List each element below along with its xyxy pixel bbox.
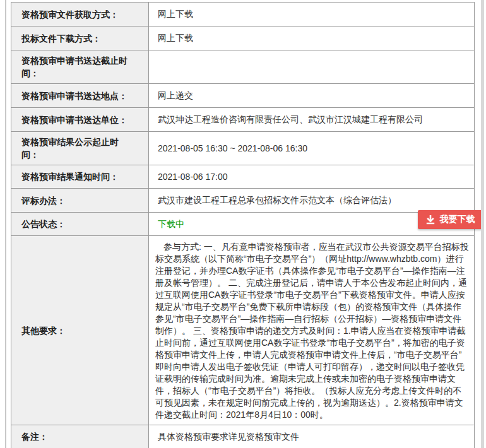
download-icon [425,215,436,225]
row-label: 资格预审申请书送达地点： [11,84,149,108]
row-label: 评标办法： [11,189,149,213]
row-value: 2021-08-05 16:30 ~ 2021-08-06 16:30 [149,132,475,165]
row-value: 网上递交 [149,84,475,108]
row-label: 其他要求： [11,236,149,425]
table-row: 评标办法： 武汉市建设工程工程总承包招标文件示范文本（综合评估法） [11,189,475,213]
row-label: 投标文件下载方式： [11,27,149,50]
row-label: 资格预审申请书送达截止时间： [11,50,149,84]
row-value [149,50,475,84]
table-row: 资格预审申请书送达单位： 武汉坤达工程造价咨询有限责任公司、武汉市江汉城建工程有… [11,108,475,132]
row-label: 备注： [11,425,149,448]
row-label: 资格预审文件获取方式： [11,3,149,27]
table-row: 资格预审申请书送达地点： 网上递交 [11,84,475,108]
row-value: 武汉坤达工程造价咨询有限责任公司、武汉市江汉城建工程有限公司 [149,108,475,132]
row-value: 网上下载 [149,3,475,27]
page-left-edge-line [5,0,6,448]
row-value: 2021-08-06 17:00 [149,165,475,189]
table-row: 资格预审结果公示起止时间： 2021-08-05 16:30 ~ 2021-08… [11,132,475,165]
other-requirements-text: 参与方式: 一、凡有意申请资格预审者，应当在武汉市公共资源交易平台招标投标交易系… [149,236,475,425]
announcement-page: 资格预审文件获取方式： 网上下载 投标文件下载方式： 网上下载 资格预审申请书送… [0,0,486,448]
table-row: 投标文件下载方式： 网上下载 [11,27,475,50]
row-value: 武汉市建设工程工程总承包招标文件示范文本（综合评估法） [149,189,475,213]
row-label: 公告状态： [11,213,149,236]
table-row: 资格预审文件获取方式： 网上下载 [11,3,475,27]
scrollbar-track[interactable] [481,0,484,448]
row-value: 网上下载 [149,27,475,50]
download-button-label: 我要下载 [440,214,475,225]
prequalification-info-table: 资格预审文件获取方式： 网上下载 投标文件下载方式： 网上下载 资格预审申请书送… [11,2,475,448]
table-row: 备注： 具体资格预审要求详见资格预审文件 [11,425,475,448]
download-button[interactable]: 我要下载 [418,210,482,229]
table-row: 资格预审申请书送达截止时间： [11,50,475,84]
table-row: 公告状态： 下载中 [11,213,475,236]
row-label: 资格预审申请书送达单位： [11,108,149,132]
row-label: 资格预审结果通知时间： [11,165,149,189]
row-label: 资格预审结果公示起止时间： [11,132,149,165]
status-badge: 下载中 [158,219,184,229]
table-row: 其他要求： 参与方式: 一、凡有意申请资格预审者，应当在武汉市公共资源交易平台招… [11,236,475,425]
row-value: 具体资格预审要求详见资格预审文件 [149,425,475,448]
table-row: 资格预审结果通知时间： 2021-08-06 17:00 [11,165,475,189]
